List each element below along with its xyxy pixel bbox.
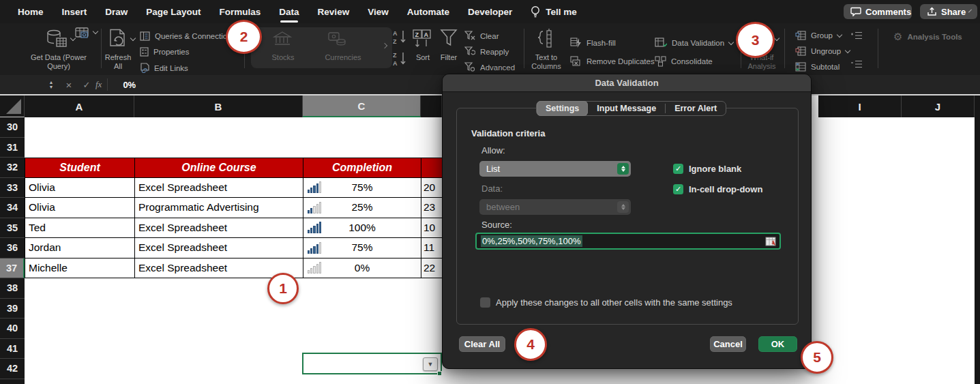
row-header[interactable]: 39	[0, 299, 25, 319]
column-header-c[interactable]: C	[303, 95, 421, 117]
remove-duplicates-button[interactable]: Remove Duplicates	[570, 56, 655, 67]
row-header[interactable]: 37	[0, 259, 25, 279]
ok-button[interactable]: OK	[758, 336, 797, 352]
menu-item[interactable]: Automate	[407, 7, 449, 17]
source-input[interactable]: 0%,25%,50%,75%,100%	[475, 233, 781, 250]
sort-desc-icon[interactable]: ZA	[393, 50, 408, 67]
menu-item[interactable]: Draw	[105, 7, 128, 17]
column-header-j[interactable]: J	[902, 95, 975, 117]
row-header[interactable]: 42	[0, 359, 25, 379]
advanced-filter-button[interactable]: Advanced	[464, 62, 515, 72]
course-cell[interactable]: Excel Spreadsheet	[134, 238, 303, 259]
tell-me[interactable]: Tell me	[531, 5, 577, 18]
completion-cell[interactable]: 75%	[303, 178, 421, 198]
tab-input-message[interactable]: Input Message	[588, 101, 665, 116]
header-student[interactable]: Student	[25, 158, 134, 178]
header-course[interactable]: Online Course	[134, 158, 303, 178]
student-cell[interactable]: Olivia	[25, 178, 134, 198]
clear-all-button[interactable]: Clear All	[459, 336, 505, 352]
tab-error-alert[interactable]: Error Alert	[666, 101, 726, 116]
text-to-columns-button[interactable]	[536, 29, 556, 49]
row-header[interactable]: 38	[0, 278, 25, 299]
chevron-down-icon[interactable]	[130, 35, 136, 41]
d-cell-partial[interactable]: 10	[421, 218, 442, 239]
fx-icon[interactable]: fx	[95, 79, 102, 90]
properties-button[interactable]: Properties	[140, 47, 189, 57]
data-validation-button[interactable]: Data Validation	[655, 38, 733, 48]
formula-input[interactable]: 0%	[123, 80, 136, 90]
completion-cell[interactable]: 25%	[303, 198, 421, 218]
header-d-partial[interactable]	[421, 158, 442, 178]
row-header[interactable]: 36	[0, 238, 25, 259]
share-button[interactable]: Share	[920, 4, 977, 19]
tab-settings[interactable]: Settings	[537, 101, 588, 116]
formula-cancel-icon[interactable]: ×	[60, 79, 78, 91]
reapply-filter-button[interactable]: Reapply	[464, 46, 509, 57]
course-cell[interactable]: Programmatic Advertising	[134, 198, 303, 218]
menu-item[interactable]: Developer	[468, 7, 512, 17]
show-detail-icon[interactable]	[851, 31, 862, 40]
completion-cell[interactable]: 100%	[303, 218, 421, 239]
chevron-down-icon[interactable]	[774, 35, 779, 41]
course-cell[interactable]: Excel Spreadsheet	[134, 178, 303, 198]
row-header[interactable]: 34	[0, 198, 25, 218]
in-cell-dropdown-button[interactable]: ▼	[423, 357, 438, 371]
d-cell-partial[interactable]: 11	[421, 238, 442, 259]
consolidate-button[interactable]: Consolidate	[655, 56, 713, 67]
menu-item[interactable]: Page Layout	[146, 7, 201, 17]
column-header-d-partial[interactable]	[421, 95, 442, 117]
row-header[interactable]: 30	[0, 117, 25, 138]
ignore-blank-checkbox[interactable]: ✓ Ignore blank	[673, 164, 741, 174]
completion-cell[interactable]: 75%	[303, 238, 421, 259]
group-button[interactable]: Group	[795, 31, 842, 40]
menu-item[interactable]: Data	[279, 7, 299, 17]
sort-button[interactable]: ZA	[412, 29, 432, 49]
d-cell-partial[interactable]: 23	[421, 198, 442, 218]
row-header[interactable]: 33	[0, 178, 25, 198]
header-completion[interactable]: Completion	[303, 158, 421, 178]
sort-asc-icon[interactable]: AZ	[393, 29, 408, 45]
queries-connections-button[interactable]: Queries & Connections	[140, 31, 235, 41]
cancel-button[interactable]: Cancel	[710, 336, 746, 352]
column-header-b[interactable]: B	[134, 95, 303, 117]
row-header[interactable]: 32	[0, 158, 25, 178]
row-header[interactable]: 31	[0, 138, 25, 158]
row-header[interactable]: 41	[0, 339, 25, 359]
student-cell[interactable]: Michelle	[25, 259, 134, 279]
select-all-corner[interactable]	[0, 95, 25, 117]
d-cell-partial[interactable]: 22	[421, 259, 442, 279]
menu-item[interactable]: Insert	[62, 7, 87, 17]
flash-fill-button[interactable]: Flash-fill	[570, 38, 616, 48]
menu-item[interactable]: Formulas	[220, 7, 261, 17]
row-header[interactable]: 40	[0, 319, 25, 339]
chevron-down-icon[interactable]	[93, 29, 98, 34]
in-cell-dropdown-checkbox[interactable]: ✓ In-cell drop-down	[673, 184, 762, 194]
student-cell[interactable]: Ted	[25, 218, 134, 239]
apply-all-checkbox[interactable]: Apply these changes to all other cells w…	[480, 297, 732, 308]
student-cell[interactable]: Jordan	[25, 238, 134, 259]
formula-confirm-icon[interactable]: ✓	[78, 80, 95, 90]
get-data-button[interactable]	[45, 29, 68, 53]
fill-handle[interactable]	[437, 371, 442, 376]
student-cell[interactable]: Olivia	[25, 198, 134, 218]
edit-links-button[interactable]: Edit Links	[140, 63, 188, 73]
filter-button[interactable]	[440, 29, 458, 48]
menu-item[interactable]: Review	[318, 7, 350, 17]
refresh-all-button[interactable]	[108, 29, 128, 53]
d-cell-partial[interactable]: 20	[421, 178, 442, 198]
course-cell[interactable]: Excel Spreadsheet	[134, 218, 303, 239]
comments-button[interactable]: Comments	[844, 4, 912, 19]
menu-item[interactable]: Home	[18, 7, 44, 17]
column-header-i[interactable]: I	[818, 95, 902, 117]
menu-item[interactable]: View	[368, 7, 389, 17]
range-selector-icon[interactable]	[765, 237, 776, 246]
column-header-a[interactable]: A	[25, 95, 134, 117]
ungroup-button[interactable]: Ungroup	[795, 46, 850, 56]
allow-select[interactable]: List	[479, 161, 631, 177]
clear-filter-button[interactable]: Clear	[464, 31, 499, 41]
subtotal-button[interactable]: Subtotal	[795, 62, 840, 72]
row-header[interactable]: 35	[0, 218, 25, 239]
table-camera-button[interactable]	[75, 27, 90, 40]
name-box-stepper-icon[interactable]: ▲▼	[42, 80, 60, 89]
hide-detail-icon[interactable]	[851, 60, 862, 69]
